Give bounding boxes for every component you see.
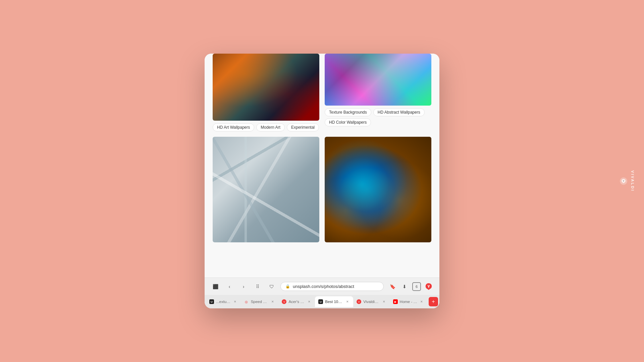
download-button[interactable]: ⬇ bbox=[399, 281, 410, 292]
cosmic-image[interactable] bbox=[325, 137, 431, 242]
tab-close-speed-dial[interactable]: ✕ bbox=[270, 299, 275, 304]
vivaldi-bottom-logo bbox=[620, 177, 627, 185]
lock-icon: 🔒 bbox=[285, 284, 290, 289]
tag-texture-backgrounds[interactable]: Texture Backgrounds bbox=[325, 108, 371, 116]
download-icon: ⬇ bbox=[402, 284, 407, 289]
right-tags-top: Texture Backgrounds HD Abstract Wallpape… bbox=[325, 108, 431, 126]
bookmark-button[interactable]: 🔖 bbox=[387, 281, 398, 292]
tab-close-vivaldi[interactable]: ✕ bbox=[382, 299, 386, 304]
tag-hd-art[interactable]: HD Art Wallpapers bbox=[213, 123, 254, 131]
forward-button[interactable]: › bbox=[238, 281, 249, 292]
first-row: HD Art Wallpapers Modern Art Experimenta… bbox=[213, 54, 431, 131]
toolbar-actions: 🔖 ⬇ 6 bbox=[387, 281, 434, 292]
badge-box-icon: 6 bbox=[412, 282, 421, 291]
left-tags-top: HD Art Wallpapers Modern Art Experimenta… bbox=[213, 123, 319, 131]
gallery-grid-bottom bbox=[213, 137, 431, 242]
tab-speed-dial[interactable]: ◎ Speed Di... ✕ bbox=[241, 296, 279, 307]
badge-button[interactable]: 6 bbox=[411, 281, 422, 292]
tab-label-acers: Acer's N... bbox=[288, 300, 305, 304]
tab-acers[interactable]: V Acer's N... ✕ bbox=[278, 296, 315, 307]
url-text: unsplash.com/s/photos/abstract bbox=[293, 284, 379, 289]
tab-bar: U ...extures ✕ ◎ Speed Di... ✕ V Acer's … bbox=[205, 295, 439, 308]
shield-button[interactable]: 🛡 bbox=[266, 281, 277, 292]
tab-close-home[interactable]: ✕ bbox=[419, 299, 424, 304]
grid-button[interactable]: ⠿ bbox=[252, 281, 263, 292]
forward-icon: › bbox=[243, 284, 245, 289]
tab-label-textures: ...extures bbox=[216, 300, 231, 304]
gallery-item-cosmic bbox=[325, 137, 431, 242]
tab-label-home: Home - Y... bbox=[400, 300, 417, 304]
tab-close-best100[interactable]: ✕ bbox=[345, 299, 350, 304]
gallery-item-geometric bbox=[213, 137, 319, 242]
vivaldi-text: VIVALDI bbox=[631, 170, 635, 192]
back-button[interactable]: ‹ bbox=[224, 281, 235, 292]
grid-icon: ⠿ bbox=[256, 284, 259, 289]
tag-hd-abstract[interactable]: HD Abstract Wallpapers bbox=[373, 108, 425, 116]
tab-favicon-acers: V bbox=[282, 299, 286, 304]
bookmark-icon: 🔖 bbox=[390, 284, 395, 289]
panel-toggle-button[interactable]: ⬛ bbox=[210, 281, 221, 292]
tab-best100[interactable]: U Best 100 ... ✕ bbox=[315, 296, 353, 307]
tag-modern-art[interactable]: Modern Art bbox=[256, 123, 285, 131]
tab-close-acers[interactable]: ✕ bbox=[307, 299, 312, 304]
tab-close-textures[interactable]: ✕ bbox=[233, 299, 237, 304]
holographic-image[interactable] bbox=[325, 54, 431, 106]
vivaldi-logo-icon bbox=[425, 283, 432, 290]
new-tab-button[interactable]: + bbox=[429, 297, 438, 306]
tab-favicon-textures: U bbox=[209, 299, 214, 304]
panel-icon: ⬛ bbox=[213, 284, 218, 289]
address-bar[interactable]: 🔒 unsplash.com/s/photos/abstract bbox=[280, 282, 384, 291]
browser-toolbar: ⬛ ‹ › ⠿ 🛡 🔒 unsplash.com/s/photos/abstra… bbox=[205, 278, 439, 295]
gallery-item-holographic: Texture Backgrounds HD Abstract Wallpape… bbox=[325, 54, 431, 131]
tab-favicon-home: ▶ bbox=[393, 299, 398, 304]
tab-label-best100: Best 100 ... bbox=[325, 300, 343, 304]
vivaldi-watermark: VIVALDI bbox=[620, 170, 635, 192]
tab-favicon-vivaldi: V bbox=[357, 299, 361, 304]
vivaldi-bottom-icon bbox=[621, 179, 626, 183]
content-area: HD Art Wallpapers Modern Art Experimenta… bbox=[205, 54, 439, 278]
vivaldi-button[interactable] bbox=[423, 281, 434, 292]
tab-textures[interactable]: U ...extures ✕ bbox=[206, 296, 241, 307]
abstract-art-image[interactable] bbox=[213, 54, 319, 121]
geometric-image[interactable] bbox=[213, 137, 319, 242]
tag-hd-color[interactable]: HD Color Wallpapers bbox=[325, 118, 371, 126]
tag-experimental[interactable]: Experimental bbox=[287, 123, 319, 131]
tab-favicon-speed-dial: ◎ bbox=[244, 299, 249, 304]
back-icon: ‹ bbox=[229, 284, 230, 289]
gallery-item-art: HD Art Wallpapers Modern Art Experimenta… bbox=[213, 54, 319, 131]
browser-window: HD Art Wallpapers Modern Art Experimenta… bbox=[205, 54, 439, 308]
tab-home[interactable]: ▶ Home - Y... ✕ bbox=[390, 296, 427, 307]
tab-label-vivaldi: Vivaldi c... bbox=[363, 300, 379, 304]
tab-vivaldi[interactable]: V Vivaldi c... ✕ bbox=[353, 296, 389, 307]
shield-icon: 🛡 bbox=[269, 284, 274, 289]
tab-favicon-best100: U bbox=[318, 299, 323, 304]
tab-label-speed-dial: Speed Di... bbox=[251, 300, 269, 304]
